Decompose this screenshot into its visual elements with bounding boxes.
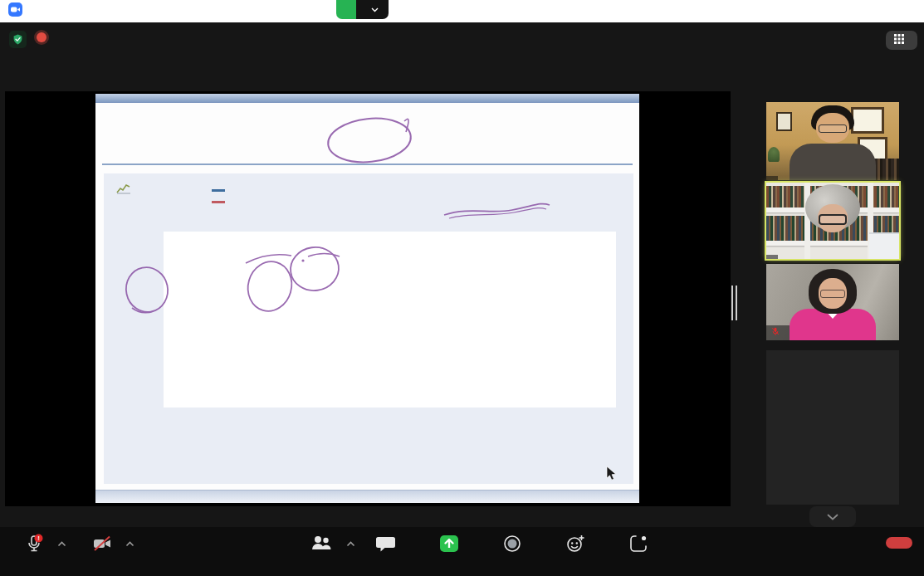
participants-button[interactable] (306, 533, 340, 557)
meeting-area (0, 22, 924, 527)
participant-video (766, 102, 899, 180)
chat-button[interactable] (369, 533, 403, 557)
reactions-button[interactable] (558, 533, 593, 557)
watching-banner (336, 0, 356, 19)
zoom-window: ! (0, 0, 924, 576)
grid-icon (894, 34, 904, 46)
meeting-toolbar: ! (0, 527, 924, 576)
chevron-down-icon (371, 3, 379, 15)
close-button[interactable] (884, 0, 917, 22)
chevron-down-icon (827, 514, 838, 520)
leave-button[interactable] (886, 537, 912, 549)
apps-button[interactable] (621, 533, 656, 557)
collapse-panel-button[interactable] (809, 506, 856, 527)
view-layout-button[interactable] (886, 31, 917, 50)
participant-video (766, 183, 899, 259)
title-underline (102, 164, 633, 165)
smiley-plus-icon (565, 533, 585, 554)
video-options-caret[interactable] (125, 539, 134, 549)
maximize-button[interactable] (851, 0, 884, 22)
participant-name (766, 176, 778, 180)
participants-panel (766, 102, 899, 527)
presentation-slide (95, 94, 639, 503)
zoom-camera-icon (8, 2, 22, 20)
speech-bubble-icon (376, 533, 396, 554)
audio-options-caret[interactable] (57, 539, 66, 549)
empty-participant-slot (766, 350, 899, 505)
participant-tile-martha-olney[interactable] (766, 183, 899, 259)
titlebar (0, 0, 924, 22)
chart-canvas (164, 232, 616, 408)
record-circle-icon (502, 533, 522, 554)
chart-legend (212, 184, 544, 208)
microphone-icon: ! (24, 533, 44, 554)
shared-screen-viewport (5, 91, 731, 506)
participant-tile-svri[interactable] (766, 264, 899, 340)
shield-check-icon[interactable] (9, 31, 27, 48)
slide-footer (95, 490, 639, 503)
legend-item-cpi (212, 196, 544, 207)
fred-sparkline-icon (116, 183, 131, 194)
legend-key-blue (212, 189, 225, 192)
participant-tile-eric-tao[interactable] (766, 102, 899, 180)
mic-muted-icon (771, 327, 780, 338)
start-video-button[interactable] (85, 533, 120, 557)
date-range-slider[interactable] (164, 432, 616, 452)
record-button[interactable] (495, 533, 530, 557)
audio-button[interactable]: ! (17, 533, 51, 557)
share-screen-button[interactable] (432, 533, 467, 557)
svg-text:!: ! (37, 535, 40, 542)
apps-icon (628, 533, 648, 554)
legend-key-red (212, 201, 225, 203)
recording-indicator (37, 32, 52, 42)
minimize-button[interactable] (818, 0, 851, 22)
panel-resize-handle[interactable] (731, 286, 738, 320)
legend-item-unemployment (212, 184, 544, 196)
participant-name (766, 325, 790, 340)
plot-area (164, 232, 616, 408)
camera-off-icon (91, 533, 113, 554)
participants-options-caret[interactable] (346, 539, 355, 549)
view-options-button[interactable] (356, 0, 389, 19)
record-dot-icon (37, 32, 46, 42)
slide-top-border (95, 94, 639, 103)
arrow-up-square-icon (438, 533, 460, 554)
people-icon (310, 534, 332, 554)
participant-name (766, 255, 778, 259)
fred-logo (114, 183, 131, 194)
fred-chart (104, 173, 633, 484)
